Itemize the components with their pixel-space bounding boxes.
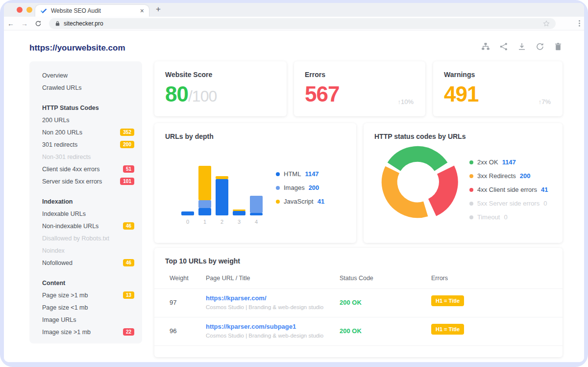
tab-strip: Website SEO Audit × + — [4, 3, 584, 17]
errors-value: 567 — [305, 82, 339, 106]
bar-segment-images — [198, 200, 211, 208]
refresh-icon[interactable] — [536, 42, 544, 51]
legend-item-timeout: Timeout 0 — [469, 213, 548, 221]
bar-segment-html — [233, 211, 245, 215]
browser-window: Website SEO Audit × + ← → sitechecker.pr… — [4, 3, 584, 362]
3xx-dot-icon — [469, 174, 473, 178]
sidebar-item-non-301-redirects[interactable]: Non-301 redirects — [42, 151, 134, 163]
sidebar-section-content: Content — [42, 277, 134, 289]
column-header-status: Status Code — [340, 275, 373, 282]
close-window-button[interactable] — [17, 7, 23, 13]
sidebar-item-image-size-gt-1mb[interactable]: Image size >1 mb22 — [42, 326, 134, 338]
bar-segment-html — [216, 179, 228, 215]
page-url-link[interactable]: https://kparser.com/subpage1 — [206, 323, 296, 330]
browser-toolbar: ← → sitechecker.pro — [4, 17, 584, 30]
sidebar-item-page-size-gt-1mb[interactable]: Page size >1 mb13 — [42, 289, 134, 301]
website-score-value: 80 — [165, 82, 188, 106]
warnings-trend: ↑7% — [539, 98, 551, 105]
bar-column: 2 — [216, 176, 228, 225]
weight-cell: 97 — [170, 299, 176, 306]
sidebar-section-indexation: Indexation — [42, 195, 134, 208]
sitemap-icon[interactable] — [481, 42, 490, 51]
http-status-codes-card: HTTP status codes by URLs 2xx OK 1147 3x… — [364, 123, 563, 243]
url-text: sitechecker.pro — [64, 20, 103, 27]
tab-close-icon[interactable]: × — [140, 7, 144, 15]
stat-label: Warnings — [444, 71, 475, 79]
x-axis-tick-label: 3 — [238, 219, 241, 225]
sidebar-item-crawled-urls[interactable]: Crawled URLs — [42, 81, 134, 94]
sidebar-item-overview[interactable]: Overview — [42, 69, 134, 81]
bar-segment-html — [250, 213, 263, 215]
count-badge: 200 — [120, 141, 134, 148]
browser-tab[interactable]: Website SEO Audit × — [35, 5, 149, 17]
tab-title: Website SEO Audit — [51, 7, 136, 14]
lock-icon — [55, 21, 60, 26]
2xx-dot-icon — [469, 160, 473, 164]
images-dot-icon — [276, 186, 280, 190]
sitechecker-favicon-icon — [40, 7, 47, 14]
column-header-errors: Errors — [431, 275, 448, 282]
warnings-card: Warnings 491 ↑7% — [433, 61, 563, 116]
bookmark-star-icon[interactable] — [543, 20, 550, 27]
stat-label: Errors — [305, 71, 325, 79]
legend-item-4xx: 4xx Client side errors 41 — [469, 186, 548, 193]
weight-cell: 96 — [170, 327, 176, 335]
sidebar-item-disallowed-robots[interactable]: Disallowed by Robots.txt — [42, 232, 134, 244]
legend-item-images: Images 200 — [276, 184, 324, 191]
x-axis-tick-label: 1 — [203, 219, 206, 225]
sidebar-item-image-urls[interactable]: Image URLs — [42, 314, 134, 326]
reload-icon[interactable] — [31, 20, 45, 27]
new-tab-button[interactable]: + — [156, 4, 161, 14]
5xx-dot-icon — [469, 202, 473, 206]
status-code-cell: 200 OK — [340, 299, 362, 306]
browser-menu-icon[interactable] — [579, 20, 580, 26]
table-row-divider — [154, 345, 563, 362]
count-badge: 101 — [120, 178, 134, 185]
donut-legend: 2xx OK 1147 3xx Redirects 200 4xx Client… — [469, 158, 548, 221]
share-icon[interactable] — [499, 42, 508, 51]
sidebar-item-200-urls[interactable]: 200 URLs — [42, 114, 134, 126]
sidebar-item-noindex[interactable]: Noindex — [42, 244, 134, 257]
bar-column: 3 — [233, 210, 245, 225]
legend-item-5xx: 5xx Server side errors 0 — [469, 200, 548, 207]
legend-item-html: HTML 1147 — [276, 170, 324, 178]
page-title: Cosmos Studio | Branding & web-design st… — [206, 333, 323, 339]
forward-icon[interactable]: → — [18, 20, 31, 27]
url-bar[interactable]: sitechecker.pro — [49, 18, 556, 29]
sidebar-item-non-200-urls[interactable]: Non 200 URLs352 — [42, 126, 134, 138]
audited-site-url: https://yourwebsite.com — [29, 43, 125, 53]
errors-trend: ↑10% — [397, 98, 414, 105]
dashboard: https://yourwebsite.com — [4, 30, 584, 362]
website-score-card: Website Score 80/100 — [154, 61, 287, 116]
4xx-dot-icon — [469, 188, 473, 192]
column-header-url: Page URL / Title — [206, 275, 250, 282]
sidebar-item-nofollowed[interactable]: Nofollowed46 — [42, 257, 134, 269]
download-icon[interactable] — [517, 42, 526, 51]
delete-icon[interactable] — [554, 42, 563, 51]
page-url-link[interactable]: https://kparser.com/ — [206, 294, 267, 302]
count-badge: 13 — [123, 291, 134, 299]
back-icon[interactable]: ← — [4, 20, 18, 27]
report-actions — [481, 42, 563, 51]
sidebar-item-indexable-urls[interactable]: Indexable URLs — [42, 208, 134, 220]
sidebar-item-client-4xx-errors[interactable]: Client side 4xx errors51 — [42, 163, 134, 175]
bar-segment-html — [198, 208, 211, 215]
count-badge: 46 — [123, 259, 134, 266]
sidebar-item-301-redirects[interactable]: 301 redirects200 — [42, 138, 134, 151]
sidebar-item-non-indexable-urls[interactable]: Non-indexable URLs46 — [42, 220, 134, 232]
desktop-background: Website SEO Audit × + ← → sitechecker.pr… — [0, 0, 588, 367]
page-title: Cosmos Studio | Branding & web-design st… — [206, 304, 323, 310]
error-badge: H1 = Title — [431, 295, 464, 306]
chart-title: HTTP status codes by URLs — [374, 132, 466, 140]
legend-item-2xx: 2xx OK 1147 — [469, 158, 548, 166]
sidebar-item-page-size-lt-1mb[interactable]: Page size <1 mb — [42, 301, 134, 314]
sidebar-item-server-5xx-errors[interactable]: Server side 5xx errors101 — [42, 175, 134, 187]
table-row: 97 https://kparser.com/ Cosmos Studio | … — [154, 288, 563, 317]
errors-card: Errors 567 ↑10% — [294, 61, 425, 116]
html-dot-icon — [276, 172, 280, 176]
table-title: Top 10 URLs by weight — [165, 257, 240, 265]
count-badge: 51 — [123, 165, 134, 173]
status-codes-donut-chart — [375, 140, 460, 224]
chart-title: URLs by depth — [165, 132, 214, 140]
minimize-window-button[interactable] — [26, 7, 32, 13]
